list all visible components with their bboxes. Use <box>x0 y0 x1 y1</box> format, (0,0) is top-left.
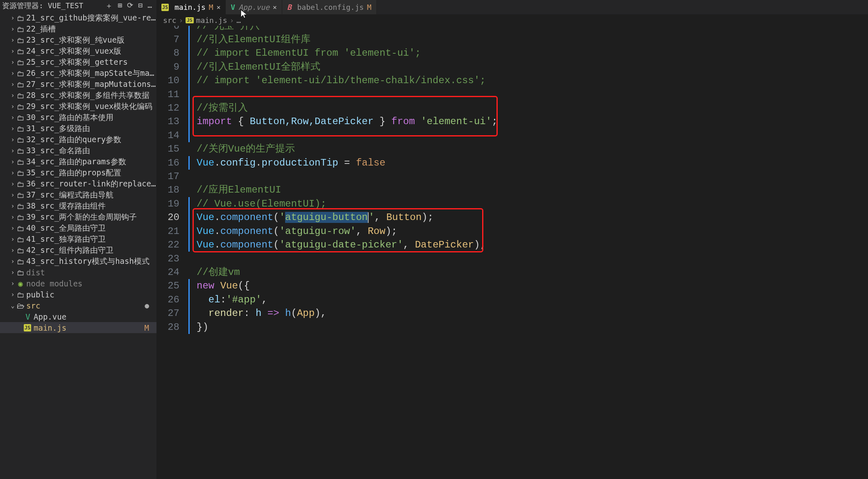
folder-icon: 🗀 <box>16 58 25 67</box>
tree-folder[interactable]: ›🗀37_src_编程式路由导航 <box>0 189 156 200</box>
chevron-right-icon: › <box>9 180 16 188</box>
new-folder-icon[interactable]: ⊞ <box>118 1 122 11</box>
folder-label: dist <box>26 268 156 277</box>
tab-babel-config-js[interactable]: Bbabel.config.jsM <box>282 0 377 14</box>
file-label: main.js <box>34 323 145 332</box>
tree-folder[interactable]: ›🗀36_src_router-link的replace属性 <box>0 178 156 189</box>
tree-folder[interactable]: ›🗀35_src_路由的props配置 <box>0 167 156 178</box>
tree-folder[interactable]: ›🗀38_src_缓存路由组件 <box>0 200 156 211</box>
tree-folder[interactable]: ›🗀21_src_github搜索案例_vue-resource <box>0 12 156 23</box>
chevron-right-icon: › <box>9 70 16 77</box>
chevron-right-icon: › <box>9 36 16 44</box>
tree-file[interactable]: JSmain.jsM <box>0 322 156 333</box>
folder-icon: 🗀 <box>16 113 25 122</box>
chevron-right-icon: › <box>229 16 234 25</box>
breadcrumb-src[interactable]: src <box>163 16 177 25</box>
folder-label: 28_src_求和案例_多组件共享数据 <box>26 90 156 101</box>
refresh-icon[interactable]: ⟳ <box>127 1 133 11</box>
chevron-right-icon: › <box>9 191 16 199</box>
folder-label: 41_src_独享路由守卫 <box>26 234 156 245</box>
tree-folder[interactable]: ›🗀30_src_路由的基本使用 <box>0 112 156 123</box>
code-lines[interactable]: // 兀玉 丌八//引入ElementUI组件库// import Elemen… <box>188 26 868 479</box>
chevron-right-icon: › <box>9 59 16 66</box>
tree-file[interactable]: VApp.vue <box>0 311 156 322</box>
chevron-right-icon: › <box>9 147 16 154</box>
folder-icon: 🗀 <box>16 191 25 200</box>
tab-App-vue[interactable]: VApp.vue✕ <box>226 0 282 14</box>
chevron-right-icon: › <box>179 16 184 25</box>
tree-folder[interactable]: ›🗀public <box>0 289 156 300</box>
folder-label: 27_src_求和案例_mapMutations与mapAct… <box>26 79 156 90</box>
node-modules-icon: ◉ <box>16 279 25 288</box>
folder-label: 21_src_github搜索案例_vue-resource <box>26 13 156 23</box>
folder-icon: 🗀 <box>16 25 25 34</box>
tree-folder[interactable]: ›◉node_modules <box>0 278 156 289</box>
chevron-right-icon: › <box>9 92 16 99</box>
tab-main-js[interactable]: JSmain.jsM✕ <box>156 0 226 14</box>
collapse-icon[interactable]: ⊟ <box>138 1 143 11</box>
breadcrumb-file[interactable]: main.js <box>196 16 227 25</box>
folder-icon: 🗀 <box>16 102 25 111</box>
tree-folder[interactable]: ›🗀28_src_求和案例_多组件共享数据 <box>0 90 156 101</box>
chevron-right-icon: › <box>9 103 16 110</box>
folder-icon: 🗀 <box>16 124 25 133</box>
explorer-sidebar: 资源管理器: VUE_TEST ＋ ⊞ ⟳ ⊟ … ›🗀21_src_githu… <box>0 0 156 479</box>
chevron-right-icon: › <box>9 202 16 210</box>
tree-folder[interactable]: ›🗀27_src_求和案例_mapMutations与mapAct… <box>0 79 156 90</box>
tree-folder[interactable]: ›🗀43_src_history模式与hash模式 <box>0 256 156 267</box>
folder-icon: 🗀 <box>16 47 25 56</box>
tree-folder[interactable]: ›🗀22_插槽 <box>0 23 156 34</box>
folder-icon: 🗀 <box>16 135 25 144</box>
tree-folder[interactable]: ›🗀23_src_求和案例_纯vue版 <box>0 34 156 45</box>
folder-icon: 🗀 <box>16 80 25 89</box>
tree-folder-src[interactable]: ⌄🗁src● <box>0 300 156 311</box>
folder-label: 42_src_组件内路由守卫 <box>26 245 156 256</box>
folder-label: 35_src_路由的props配置 <box>26 168 156 178</box>
folder-label: node_modules <box>26 279 156 288</box>
new-file-icon[interactable]: ＋ <box>105 1 113 11</box>
tree-folder[interactable]: ›🗀24_src_求和案例_vuex版 <box>0 45 156 57</box>
tab-bar: JSmain.jsM✕VApp.vue✕Bbabel.config.jsM <box>156 0 868 14</box>
more-icon[interactable]: … <box>147 1 152 11</box>
js-icon: JS <box>161 4 169 11</box>
tree-folder[interactable]: ›🗀33_src_命名路由 <box>0 145 156 156</box>
file-tree[interactable]: ›🗀21_src_github搜索案例_vue-resource›🗀22_插槽›… <box>0 12 156 479</box>
folder-label: 34_src_路由的params参数 <box>26 157 156 167</box>
chevron-right-icon: › <box>9 125 16 132</box>
chevron-right-icon: › <box>9 169 16 177</box>
tree-folder[interactable]: ›🗀39_src_两个新的生命周期钩子 <box>0 211 156 222</box>
folder-label: 33_src_命名路由 <box>26 145 156 156</box>
close-icon[interactable]: ✕ <box>273 3 277 11</box>
tree-folder[interactable]: ›🗀40_src_全局路由守卫 <box>0 222 156 234</box>
git-modified-badge: M <box>367 3 372 11</box>
tree-folder[interactable]: ›🗀41_src_独享路由守卫 <box>0 234 156 245</box>
folder-icon: 🗀 <box>16 290 25 299</box>
tree-folder[interactable]: ›🗀42_src_组件内路由守卫 <box>0 245 156 256</box>
tab-label: main.js <box>175 3 206 11</box>
explorer-title: 资源管理器: VUE_TEST <box>2 1 105 11</box>
chevron-right-icon: › <box>9 114 16 121</box>
breadcrumb-more[interactable]: … <box>236 16 241 25</box>
tree-folder[interactable]: ›🗀34_src_路由的params参数 <box>0 156 156 167</box>
tree-folder[interactable]: ›🗀29_src_求和案例_vuex模块化编码 <box>0 101 156 112</box>
tree-folder[interactable]: ›🗀dist <box>0 267 156 278</box>
tree-folder[interactable]: ›🗀32_src_路由的query参数 <box>0 134 156 145</box>
folder-icon: 🗀 <box>16 213 25 222</box>
close-icon[interactable]: ✕ <box>217 3 221 11</box>
folder-label: 24_src_求和案例_vuex版 <box>26 46 156 57</box>
code-editor[interactable]: 6789101112131415161718192021222324252627… <box>156 26 868 479</box>
folder-icon: 🗀 <box>16 179 25 188</box>
folder-label: src <box>26 301 145 310</box>
tree-folder[interactable]: ›🗀31_src_多级路由 <box>0 123 156 134</box>
chevron-right-icon: › <box>9 291 16 298</box>
folder-icon: 🗀 <box>16 14 25 23</box>
tree-folder[interactable]: ›🗀26_src_求和案例_mapState与mapGetters <box>0 68 156 79</box>
folder-icon: 🗀 <box>16 246 25 255</box>
chevron-right-icon: › <box>9 158 16 166</box>
tab-label: App.vue <box>238 3 270 11</box>
folder-label: 22_插槽 <box>26 24 156 34</box>
tree-folder[interactable]: ›🗀25_src_求和案例_getters <box>0 57 156 68</box>
folder-icon: 🗀 <box>16 268 25 277</box>
breadcrumb[interactable]: src › JS main.js › … <box>156 14 868 26</box>
folder-label: public <box>26 290 156 299</box>
